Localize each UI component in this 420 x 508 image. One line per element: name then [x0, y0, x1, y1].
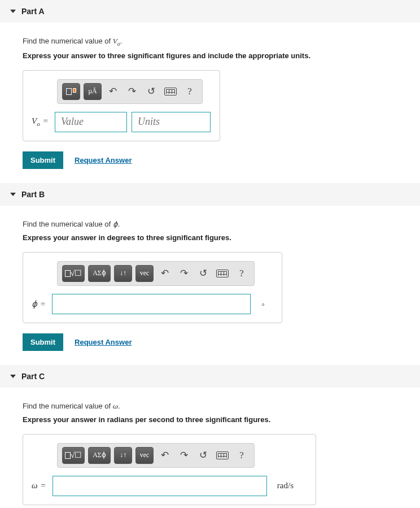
template-sqrt-icon[interactable]: √☐	[62, 265, 85, 282]
greek-tool-button[interactable]: ΑΣϕ	[88, 447, 111, 464]
help-icon[interactable]: ?	[234, 265, 250, 282]
template-sqrt-icon[interactable]: √☐	[62, 447, 85, 464]
caret-down-icon	[10, 10, 16, 13]
part-c-header[interactable]: Part C	[0, 365, 420, 388]
part-a-body: Find the numerical value of Vo. Express …	[0, 23, 420, 177]
undo-icon[interactable]: ↶	[157, 447, 173, 464]
degree-unit: ∘	[261, 299, 265, 308]
part-c-toolbar: √☐ ΑΣϕ ↓↑ vec ↶ ↷ ↺ ?	[57, 443, 255, 468]
part-a-actions: Submit Request Answer	[23, 151, 397, 169]
undo-icon[interactable]: ↶	[157, 265, 173, 282]
reset-icon[interactable]: ↺	[195, 265, 211, 282]
units-input[interactable]	[132, 112, 211, 132]
vec-tool-button[interactable]: vec	[135, 265, 154, 282]
part-a-input-row: Vo =	[32, 112, 211, 132]
part-b-prompt: Find the numerical value of ϕ.	[23, 220, 397, 229]
part-a-lhs: Vo =	[32, 116, 48, 127]
omega-input[interactable]	[53, 476, 267, 496]
reset-icon[interactable]: ↺	[143, 83, 159, 100]
part-c-body: Find the numerical value of ω. Express y…	[0, 388, 420, 508]
part-b-instruction: Express your answer in degrees to three …	[23, 233, 397, 242]
caret-down-icon	[10, 375, 16, 378]
request-answer-link[interactable]: Request Answer	[75, 338, 132, 346]
keyboard-icon[interactable]	[215, 447, 230, 464]
part-c: Part C Find the numerical value of ω. Ex…	[0, 365, 420, 508]
value-input[interactable]	[55, 112, 127, 132]
redo-icon[interactable]: ↷	[176, 265, 192, 282]
template-icon[interactable]	[62, 83, 80, 100]
part-a-answer-box: µÅ ↶ ↷ ↺ ? Vo =	[23, 70, 220, 141]
part-b-input-row: ϕ = ∘	[32, 294, 273, 314]
rads-unit: rad/s	[277, 481, 294, 490]
caret-down-icon	[10, 193, 16, 196]
part-c-title: Part C	[21, 372, 45, 381]
submit-button[interactable]: Submit	[23, 333, 63, 351]
part-b-actions: Submit Request Answer	[23, 333, 397, 351]
part-c-lhs: ω =	[32, 481, 46, 490]
part-b-answer-box: √☐ ΑΣϕ ↓↑ vec ↶ ↷ ↺ ? ϕ = ∘	[23, 252, 282, 323]
part-b: Part B Find the numerical value of ϕ. Ex…	[0, 183, 420, 359]
request-answer-link[interactable]: Request Answer	[75, 156, 132, 164]
redo-icon[interactable]: ↷	[124, 83, 140, 100]
keyboard-icon[interactable]	[215, 265, 230, 282]
part-b-header[interactable]: Part B	[0, 183, 420, 206]
undo-icon[interactable]: ↶	[105, 83, 121, 100]
greek-tool-button[interactable]: ΑΣϕ	[88, 265, 111, 282]
part-b-title: Part B	[21, 190, 45, 199]
keyboard-icon[interactable]	[163, 83, 178, 100]
submit-button[interactable]: Submit	[23, 151, 63, 169]
help-icon[interactable]: ?	[234, 447, 250, 464]
part-a-toolbar: µÅ ↶ ↷ ↺ ?	[57, 79, 203, 104]
redo-icon[interactable]: ↷	[176, 447, 192, 464]
vec-tool-button[interactable]: vec	[135, 447, 154, 464]
reset-icon[interactable]: ↺	[195, 447, 211, 464]
updown-tool-button[interactable]: ↓↑	[114, 265, 132, 282]
help-icon[interactable]: ?	[182, 83, 198, 100]
units-tool-button[interactable]: µÅ	[84, 83, 102, 100]
phi-input[interactable]	[52, 294, 251, 314]
part-c-prompt: Find the numerical value of ω.	[23, 402, 397, 411]
part-c-answer-box: √☐ ΑΣϕ ↓↑ vec ↶ ↷ ↺ ? ω = rad/s	[23, 434, 316, 505]
part-a-title: Part A	[21, 7, 45, 16]
part-c-input-row: ω = rad/s	[32, 476, 307, 496]
part-a-instruction: Express your answer to three significant…	[23, 51, 397, 60]
part-b-lhs: ϕ =	[32, 299, 45, 309]
part-b-body: Find the numerical value of ϕ. Express y…	[0, 206, 420, 359]
part-a-header[interactable]: Part A	[0, 0, 420, 23]
part-a-prompt: Find the numerical value of Vo.	[23, 37, 397, 47]
part-a: Part A Find the numerical value of Vo. E…	[0, 0, 420, 177]
updown-tool-button[interactable]: ↓↑	[114, 447, 132, 464]
part-c-instruction: Express your answer in radians per secon…	[23, 415, 397, 424]
part-b-toolbar: √☐ ΑΣϕ ↓↑ vec ↶ ↷ ↺ ?	[57, 261, 255, 286]
